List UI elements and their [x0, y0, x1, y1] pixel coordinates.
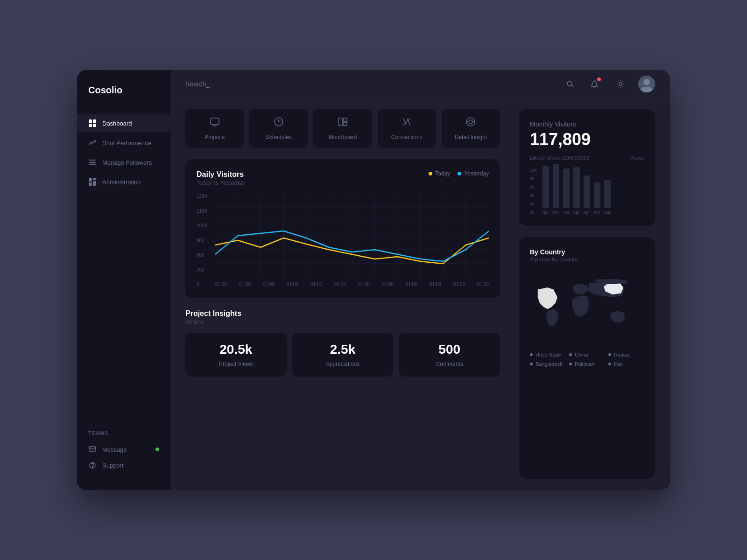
qa-label: Projects: [204, 134, 225, 140]
insight-label: Appreciations: [300, 361, 386, 367]
svg-rect-10: [93, 181, 96, 186]
svg-rect-20: [211, 118, 219, 125]
bar-chart: Apr Apr Apr: [543, 168, 611, 215]
svg-point-17: [619, 83, 622, 85]
sidebar-item-shot-performance[interactable]: Shot Performence: [77, 134, 170, 152]
country-item-china: China: [569, 352, 605, 357]
schedules-icon: [274, 117, 284, 129]
bar: [553, 164, 559, 208]
sidebar-item-dashboard[interactable]: Dashboard: [77, 114, 170, 132]
svg-rect-2: [89, 124, 92, 127]
svg-rect-6: [89, 164, 96, 165]
sidebar-item-manage-followers[interactable]: Manage Followers: [77, 154, 170, 171]
country-dot: [530, 363, 533, 365]
svg-rect-5: [89, 162, 96, 163]
support-icon: [88, 461, 97, 469]
bar: [543, 166, 549, 208]
svg-rect-4: [89, 160, 96, 161]
bar-label: Apr: [604, 210, 611, 215]
today-dot: [429, 172, 432, 175]
country-dot: [608, 363, 611, 365]
legend-yesterday: Yesterday: [458, 170, 489, 177]
header-actions: [586, 76, 655, 92]
svg-point-19: [643, 79, 650, 85]
sidebar: Cosolio Dashboard: [77, 70, 170, 490]
qa-label: Schedules: [266, 134, 292, 140]
country-dot: [608, 353, 611, 356]
sidebar-item-label: Shot Performence: [102, 140, 151, 147]
monthly-visitors-card: Monthly Visitors 117,809 Likes/Follows 2…: [519, 109, 655, 226]
sidebar-nav: Dashboard Shot Performence: [77, 114, 170, 430]
content-left: Projects Schedules: [170, 98, 511, 490]
team-item-label: Support: [102, 462, 124, 469]
bar: [604, 180, 611, 208]
svg-rect-26: [343, 122, 347, 126]
monthly-visitors-value: 117,809: [530, 130, 644, 149]
followers-icon: [88, 158, 97, 167]
country-label: Bangladesh: [536, 361, 563, 367]
chart-subtitle: Today vs Yesterday: [197, 180, 245, 186]
team-item-support[interactable]: Support: [88, 457, 159, 473]
insight-card-views: 20.5k Project Views: [185, 333, 287, 377]
search-input[interactable]: [185, 80, 556, 88]
notification-badge: [597, 77, 601, 81]
insight-label: Comments: [406, 361, 493, 367]
legend-today: Today: [429, 170, 450, 177]
app-logo: Cosolio: [77, 85, 170, 96]
country-item-pakistan: Pakistan: [569, 361, 605, 367]
svg-rect-11: [89, 447, 96, 451]
chart-svg: [215, 194, 489, 278]
by-country-card: By Country Top User By Country: [519, 237, 655, 479]
qa-detail-insight[interactable]: Detail Insight: [442, 109, 500, 148]
quick-actions: Projects Schedules: [185, 109, 500, 148]
insight-card-appreciations: 2.5k Appreciations: [292, 333, 394, 377]
qa-projects[interactable]: Projects: [185, 109, 244, 148]
country-dot: [569, 363, 572, 365]
country-item-us: Uited State: [530, 352, 565, 357]
bar-label: Apr: [573, 210, 580, 215]
svg-rect-7: [89, 178, 92, 182]
bar-group: Apr: [563, 168, 570, 215]
svg-point-14: [567, 81, 572, 86]
daily-visitors-chart: Daily Visitors Today vs Yesterday Today …: [185, 159, 500, 298]
views-label: Views: [630, 155, 644, 161]
svg-rect-9: [89, 182, 92, 186]
user-avatar[interactable]: [638, 76, 655, 92]
world-map-svg: [530, 270, 644, 344]
notification-button[interactable]: [586, 76, 603, 92]
insight-value: 20.5k: [193, 342, 279, 357]
qa-moodboard[interactable]: Moodboard: [313, 109, 372, 148]
header: [170, 70, 670, 98]
bar-group: Apr: [594, 182, 600, 215]
projects-icon: [210, 117, 220, 129]
connections-icon: [402, 117, 412, 129]
sidebar-item-label: Manage Followers: [102, 159, 152, 166]
chart-x-labels: 01:00 01:00 01:00 01:00 01:00 01:00 01:0…: [215, 282, 489, 287]
legend-label: Yesterday: [464, 170, 489, 177]
qa-label: Moodboard: [329, 134, 357, 140]
chart-y-labels: 1200 1100 1000 900 800 700 0: [197, 194, 211, 287]
project-insights: Project Insights All time 20.5k Project …: [185, 309, 500, 377]
bar-label: Apr: [563, 210, 570, 215]
country-item-russia: Russia: [608, 352, 644, 357]
bar-group: Apr: [543, 166, 549, 215]
chart-title: Daily Visitors: [197, 170, 245, 179]
country-label: Russia: [614, 352, 630, 357]
bar-group: Apr: [553, 164, 559, 215]
online-indicator: [155, 448, 159, 451]
search-icon[interactable]: [562, 76, 578, 92]
bar-label: Apr: [594, 210, 600, 215]
qa-schedules[interactable]: Schedules: [249, 109, 308, 148]
settings-button[interactable]: [612, 76, 629, 92]
qa-connections[interactable]: Connections: [378, 109, 436, 148]
insight-card-comments: 500 Comments: [399, 333, 500, 377]
bar: [594, 182, 600, 208]
sidebar-item-administration[interactable]: Administration: [77, 173, 170, 191]
chart-legend: Today Yesterday: [429, 170, 489, 177]
team-item-message[interactable]: Message: [88, 441, 159, 457]
bar: [563, 168, 570, 208]
insights-title: Project Insights: [185, 309, 500, 318]
by-country-title: By Country: [530, 248, 644, 256]
likes-label: Likes/Follows 2263/23923: [530, 155, 589, 161]
svg-rect-8: [93, 178, 96, 180]
